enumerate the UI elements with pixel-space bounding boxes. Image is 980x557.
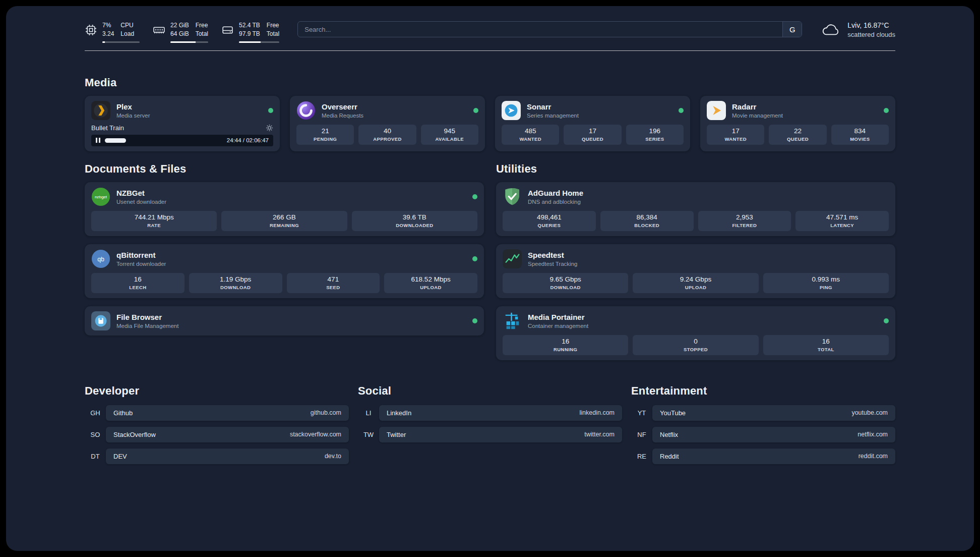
stat-tile: 16 LEECH bbox=[91, 273, 185, 293]
stat-label: RATE bbox=[147, 222, 161, 228]
pause-icon[interactable] bbox=[96, 138, 100, 143]
stat-label: UPLOAD bbox=[420, 285, 442, 290]
stat-value: 1.19 Gbps bbox=[220, 275, 251, 283]
stat-tile: 17 QUEUED bbox=[564, 125, 621, 145]
stat-label: WANTED bbox=[519, 136, 541, 142]
ram-icon bbox=[153, 24, 165, 36]
status-dot bbox=[472, 318, 477, 323]
stat-value: 498,461 bbox=[537, 213, 562, 221]
link-url: linkedin.com bbox=[580, 409, 615, 416]
disk-icon bbox=[221, 24, 234, 36]
dashboard-panel: 7% 3.24 CPU Load bbox=[6, 6, 974, 551]
linkedin-icon: LI bbox=[358, 409, 379, 417]
section-title-entertainment: Entertainment bbox=[631, 384, 895, 398]
stat-tile: 618.52 Mbps UPLOAD bbox=[384, 273, 477, 293]
disk-label-top: Free bbox=[267, 21, 279, 30]
stat-value: 945 bbox=[444, 127, 456, 135]
link-row-reddit[interactable]: RE Reddit reddit.com bbox=[631, 449, 895, 464]
github-icon: GH bbox=[85, 409, 106, 417]
stat-label: RUNNING bbox=[554, 347, 577, 352]
stat-label: DOWNLOAD bbox=[220, 285, 251, 290]
link-row-linkedin[interactable]: LI LinkedIn linkedin.com bbox=[358, 405, 622, 421]
link-row-youtube[interactable]: YT YouTube youtube.com bbox=[631, 405, 895, 421]
status-dot bbox=[268, 108, 273, 113]
stat-label: LEECH bbox=[129, 285, 146, 290]
stat-tile: 498,461 QUERIES bbox=[503, 211, 596, 231]
section-title-media: Media bbox=[85, 76, 895, 89]
stat-tile: 21 PENDING bbox=[296, 125, 354, 145]
status-dot bbox=[679, 108, 684, 113]
gear-icon[interactable] bbox=[266, 124, 273, 132]
playback-progress[interactable] bbox=[105, 138, 222, 143]
stat-tile: 945 AVAILABLE bbox=[421, 125, 478, 145]
link-url: stackoverflow.com bbox=[290, 431, 341, 438]
now-playing-widget: Bullet Train bbox=[91, 124, 273, 146]
cloud-icon bbox=[820, 22, 841, 37]
app-card-nzbget[interactable]: nzbget NZBGet Usenet downloader 74 bbox=[85, 182, 484, 236]
app-card-qbittorrent[interactable]: qb qBittorrent Torrent downloader bbox=[85, 244, 484, 298]
stat-value: 618.52 Mbps bbox=[411, 275, 451, 283]
stat-value: 9.65 Gbps bbox=[550, 275, 581, 283]
stat-label: QUERIES bbox=[538, 222, 561, 228]
app-subtitle: Media Requests bbox=[322, 113, 363, 119]
app-card-sonarr[interactable]: Sonarr Series management 485 WANTED 17 Q… bbox=[495, 96, 690, 151]
stat-label: PENDING bbox=[314, 136, 337, 142]
app-card-portainer[interactable]: Media Portainer Container management 16 … bbox=[496, 306, 895, 360]
stat-tile: 47.571 ms LATENCY bbox=[795, 211, 889, 231]
cpu-load-value: 3.24 bbox=[102, 30, 114, 38]
app-name: Media Portainer bbox=[528, 313, 588, 321]
stat-label: QUEUED bbox=[582, 136, 603, 142]
stat-tile: 0 STOPPED bbox=[633, 335, 758, 355]
stat-tile: 40 APPROVED bbox=[358, 125, 416, 145]
stat-value: 39.6 TB bbox=[403, 213, 426, 221]
stat-tile: 17 WANTED bbox=[707, 125, 764, 145]
stat-tile: 2,953 FILTERED bbox=[698, 211, 791, 231]
section-title-developer: Developer bbox=[85, 384, 349, 398]
app-card-radarr[interactable]: Radarr Movie management 17 WANTED 22 QUE… bbox=[700, 96, 895, 151]
weather-widget: Lviv, 16.87°C scattered clouds bbox=[820, 21, 895, 38]
stat-value: 196 bbox=[649, 127, 661, 135]
link-name: Netflix bbox=[660, 431, 678, 438]
stat-label: REMAINING bbox=[270, 222, 299, 228]
status-dot bbox=[472, 256, 477, 261]
stat-label: FILTERED bbox=[732, 222, 757, 228]
utilities-section: Utilities bbox=[496, 162, 895, 360]
app-subtitle: Usenet downloader bbox=[116, 199, 166, 205]
ram-usage-bar bbox=[170, 41, 208, 43]
stat-label: TOTAL bbox=[818, 347, 834, 352]
playback-time: 24:44 / 02:06:47 bbox=[227, 137, 269, 143]
section-title-documents: Documents & Files bbox=[85, 162, 484, 176]
app-name: Sonarr bbox=[527, 102, 579, 111]
app-card-filebrowser[interactable]: File Browser Media File Management bbox=[85, 306, 484, 336]
link-name: Github bbox=[113, 409, 133, 417]
disk-free-value: 52.4 TB bbox=[239, 21, 260, 30]
link-row-github[interactable]: GH Github github.com bbox=[85, 405, 349, 421]
app-card-speedtest[interactable]: Speedtest Speedtest Tracking 9.65 Gbps D… bbox=[496, 244, 895, 298]
plex-icon bbox=[91, 101, 110, 120]
disk-usage-bar bbox=[239, 41, 279, 43]
app-card-adguard[interactable]: AdGuard Home DNS and adblocking 498,461 … bbox=[496, 182, 895, 236]
stat-value: 0.993 ms bbox=[812, 275, 840, 283]
svg-text:qb: qb bbox=[97, 256, 104, 263]
stat-value: 16 bbox=[562, 338, 569, 345]
stat-value: 16 bbox=[134, 275, 142, 283]
stat-tile: 9.65 Gbps DOWNLOAD bbox=[503, 273, 628, 293]
stat-tile: 39.6 TB DOWNLOADED bbox=[352, 211, 477, 231]
nzbget-icon: nzbget bbox=[91, 187, 110, 206]
link-row-dev[interactable]: DT DEV dev.to bbox=[85, 449, 349, 464]
developer-section: Developer GH Github github.com SO StackO… bbox=[85, 384, 349, 464]
app-name: Overseerr bbox=[322, 102, 363, 111]
stat-value: 21 bbox=[322, 127, 329, 135]
link-row-stackoverflow[interactable]: SO StackOverflow stackoverflow.com bbox=[85, 427, 349, 442]
cpu-usage-bar bbox=[102, 41, 140, 43]
search-engine-button[interactable]: G bbox=[782, 22, 802, 37]
section-title-social: Social bbox=[358, 384, 622, 398]
link-url: github.com bbox=[311, 409, 341, 416]
stat-tile: 834 MOVIES bbox=[831, 125, 889, 145]
link-row-netflix[interactable]: NF Netflix netflix.com bbox=[631, 427, 895, 442]
app-card-overseerr[interactable]: Overseerr Media Requests 21 PENDING 40 A… bbox=[290, 96, 485, 151]
portainer-icon bbox=[503, 311, 522, 330]
link-row-twitter[interactable]: TW Twitter twitter.com bbox=[358, 427, 622, 442]
app-card-plex[interactable]: Plex Media server Bullet Train bbox=[85, 96, 280, 151]
search-input[interactable] bbox=[297, 21, 802, 37]
